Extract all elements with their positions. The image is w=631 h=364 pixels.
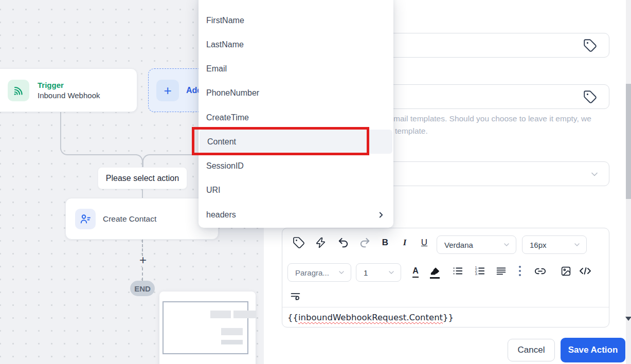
trigger-node[interactable]: Trigger Inbound Webhook (0, 68, 137, 112)
more-options-icon[interactable] (517, 263, 523, 279)
workflow-builder-screen: + Trigger Inbound Webhook + Add (0, 0, 631, 364)
lightning-icon[interactable] (313, 235, 328, 250)
scrollbar-down-arrow[interactable] (625, 317, 631, 321)
helper-text-line1: mail templates. Should you choose to lea… (393, 114, 591, 123)
dropdown-item-lastname[interactable]: LastName (199, 32, 393, 57)
tag-variable-icon[interactable] (583, 39, 597, 52)
chevron-down-icon (337, 268, 346, 277)
underline-button[interactable]: U (418, 236, 430, 249)
template-preview-card[interactable] (159, 292, 256, 364)
save-action-button[interactable]: Save Action (561, 338, 625, 362)
chevron-down-icon (573, 241, 581, 249)
trigger-node-title: Trigger (38, 81, 100, 89)
connector-dashed (142, 267, 143, 281)
code-icon[interactable] (578, 264, 592, 278)
link-icon[interactable] (533, 264, 547, 278)
chevron-down-icon (589, 169, 600, 179)
cancel-button[interactable]: Cancel (508, 339, 555, 361)
preview-block (210, 311, 231, 318)
svg-text:3.: 3. (475, 272, 478, 276)
trigger-node-subtitle: Inbound Webhook (38, 91, 100, 100)
align-text-icon[interactable] (494, 264, 508, 278)
editor-divider (282, 307, 609, 307)
create-contact-label: Create Contact (103, 214, 156, 224)
dropdown-item-sessionid[interactable]: SessionID (199, 154, 393, 178)
text-color-bar (412, 277, 419, 278)
italic-button[interactable]: I (399, 236, 411, 249)
connector-line (149, 154, 199, 155)
highlight-color-bar (430, 277, 440, 279)
dropdown-item-partial[interactable]: type (206, 0, 258, 2)
wrap-text-icon[interactable] (289, 289, 302, 302)
bullet-list-icon[interactable] (451, 264, 464, 278)
rich-text-editor: B I U Verdana 16px Parag (282, 228, 609, 327)
chevron-right-icon (376, 210, 386, 220)
plus-icon: + (156, 80, 179, 101)
dropdown-item-uri[interactable]: URI (199, 178, 393, 202)
paragraph-style-select[interactable]: Paragra... (287, 263, 351, 282)
chevron-down-icon (387, 268, 395, 277)
add-step-plus[interactable]: + (137, 253, 149, 267)
end-badge: END (130, 281, 155, 296)
line-height-select[interactable]: 1 (356, 263, 401, 282)
image-icon[interactable] (559, 264, 572, 278)
connector-curve (142, 154, 150, 168)
dropdown-item-firstname[interactable]: FirstName (199, 8, 393, 32)
preview-block (233, 311, 256, 318)
tag-variable-icon[interactable] (292, 235, 306, 250)
bold-button[interactable]: B (379, 236, 391, 249)
dropdown-item-headers[interactable]: headers (199, 203, 393, 227)
redo-icon[interactable] (357, 235, 372, 250)
connector-line (68, 154, 137, 155)
variable-dropdown-menu: type FirstName LastName Email PhoneNumbe… (199, 0, 393, 228)
preview-block (221, 340, 243, 344)
undo-icon[interactable] (336, 235, 350, 250)
dropdown-item-content[interactable]: Content (200, 130, 392, 154)
font-family-select[interactable]: Verdana (437, 235, 516, 254)
font-size-select[interactable]: 16px (522, 235, 587, 254)
scrollbar-thumb[interactable] (626, 84, 631, 199)
numbered-list-icon[interactable]: 1. 2. 3. (473, 264, 486, 278)
preview-block (221, 328, 243, 335)
dropdown-item-email[interactable]: Email (199, 57, 393, 81)
editor-content[interactable]: {{inboundWebhookRequest.Content}} (287, 313, 454, 322)
template-preview-frame (163, 301, 248, 354)
text-color-button[interactable]: A (410, 264, 421, 278)
dropdown-item-createtime[interactable]: CreateTime (199, 105, 393, 130)
highlight-color-button[interactable] (428, 264, 441, 278)
webhook-broadcast-icon (8, 80, 29, 101)
create-contact-node[interactable]: Create Contact (65, 198, 219, 240)
contact-person-icon (75, 209, 96, 229)
tag-variable-icon[interactable] (583, 90, 597, 104)
dropdown-item-phonenumber[interactable]: PhoneNumber (199, 81, 393, 105)
merge-variable: inboundWebhookRequest.Content (298, 313, 443, 322)
connector-curve (60, 142, 68, 155)
helper-text-line2: template. (395, 126, 428, 136)
select-action-prompt: Please select action (98, 167, 187, 189)
chevron-down-icon (502, 241, 511, 249)
